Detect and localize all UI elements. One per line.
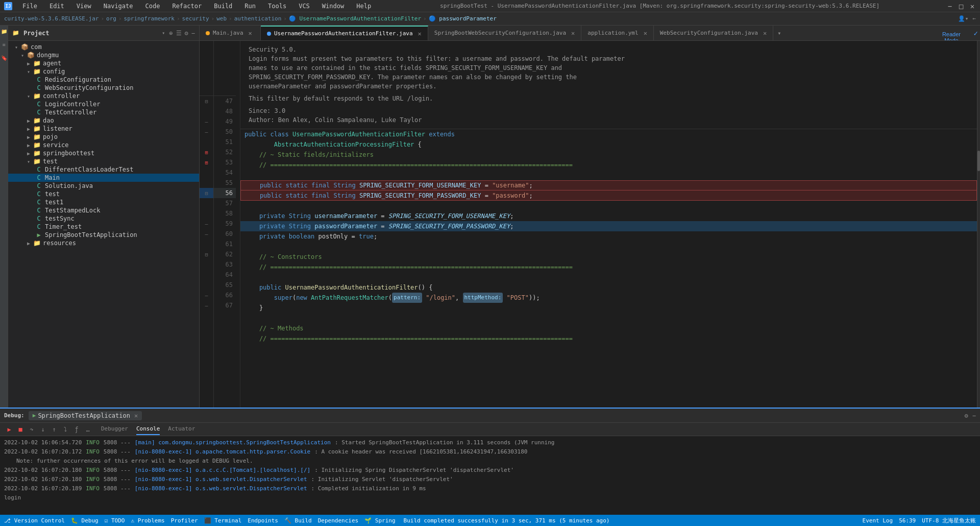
tree-item-login[interactable]: C LoginController bbox=[8, 100, 199, 108]
debug-more-btn[interactable]: … bbox=[83, 424, 93, 435]
close-button[interactable]: ✕ bbox=[969, 3, 976, 10]
tree-item-config[interactable]: ▾ 📁 config bbox=[8, 67, 199, 76]
sidebar-dropdown-icon[interactable]: ▾ bbox=[162, 30, 165, 36]
debug-close-button[interactable]: ✕ bbox=[134, 412, 138, 419]
status-todo[interactable]: ☑ TODO bbox=[105, 517, 125, 524]
tree-item-solution[interactable]: C Solution.java bbox=[8, 182, 199, 190]
breadcrumb-class[interactable]: 🔵 UsernamePasswordAuthenticationFilter bbox=[289, 15, 421, 22]
status-eventlog[interactable]: Event Log bbox=[863, 517, 893, 524]
tab-more-button[interactable]: ▾ bbox=[773, 30, 785, 37]
debug-app-name[interactable]: ▶ SpringBootTestApplication ✕ bbox=[29, 411, 142, 420]
menu-build[interactable]: Build bbox=[212, 2, 234, 11]
sidebar-locate-icon[interactable]: ⊕ bbox=[169, 30, 173, 37]
tree-item-com[interactable]: ▾ 📦 com bbox=[8, 43, 199, 51]
menu-navigate[interactable]: Navigate bbox=[102, 2, 135, 11]
menu-vcs[interactable]: VCS bbox=[297, 2, 312, 11]
maximize-button[interactable]: □ bbox=[958, 3, 965, 10]
tree-item-diffclass[interactable]: C DifferentClassLoaderTest bbox=[8, 165, 199, 174]
debug-resume-btn[interactable]: ▶ bbox=[4, 424, 14, 435]
status-spring[interactable]: 🌱 Spring bbox=[364, 517, 395, 524]
debug-minimize-icon[interactable]: − bbox=[972, 412, 976, 419]
sidebar-settings-icon[interactable]: ⚙ bbox=[185, 30, 188, 37]
scroll-indicator[interactable] bbox=[977, 41, 980, 408]
tree-item-testsync[interactable]: C testSync bbox=[8, 214, 199, 223]
menu-code[interactable]: Code bbox=[143, 2, 162, 11]
tree-item-controller[interactable]: ▾ 📁 controller bbox=[8, 92, 199, 100]
tab-close-main[interactable]: ✕ bbox=[249, 30, 252, 37]
minimize-button[interactable]: − bbox=[946, 3, 953, 10]
tab-close-filter[interactable]: ✕ bbox=[418, 30, 422, 37]
reader-mode-check[interactable]: ✓ bbox=[972, 27, 980, 39]
fold-47[interactable]: ⊟ bbox=[200, 96, 213, 106]
tab-websecurity[interactable]: SpringBootWebSecurityConfiguration.java … bbox=[428, 26, 582, 41]
debug-stepover-btn[interactable]: ↷ bbox=[27, 424, 37, 435]
tree-item-agent[interactable]: ▶ 📁 agent bbox=[8, 59, 199, 67]
tree-item-springbootapp[interactable]: ▶ SpringBootTestApplication bbox=[8, 231, 199, 239]
structure-icon[interactable]: ≡ bbox=[1, 41, 8, 48]
tree-item-websec[interactable]: C WebSecurityConfiguration bbox=[8, 84, 199, 92]
tree-item-resources[interactable]: ▶ 📁 resources bbox=[8, 239, 199, 247]
tab-close-application[interactable]: ✕ bbox=[644, 30, 647, 37]
tree-item-listener[interactable]: ▶ 📁 listener bbox=[8, 125, 199, 133]
sidebar-minus-icon[interactable]: − bbox=[191, 30, 195, 37]
menu-edit[interactable]: Edit bbox=[47, 2, 66, 11]
tab-websecurity2[interactable]: WebSecurityConfiguration.java ✕ bbox=[654, 26, 773, 41]
tree-item-dao[interactable]: ▶ 📁 dao bbox=[8, 116, 199, 125]
tree-item-test[interactable]: ▾ 📁 test bbox=[8, 157, 199, 165]
tree-item-redis[interactable]: C RedisConfiguration bbox=[8, 76, 199, 84]
status-debug[interactable]: 🐛 Debug bbox=[71, 517, 99, 524]
tab-main[interactable]: Main.java ✕ bbox=[200, 26, 261, 41]
tree-item-timertest[interactable]: C Timer_test bbox=[8, 223, 199, 231]
status-terminal[interactable]: ⬛ Terminal bbox=[204, 517, 242, 524]
sidebar-collapse-icon[interactable]: ☰ bbox=[176, 30, 182, 37]
breadcrumb-authentication[interactable]: authentication bbox=[234, 15, 282, 22]
menu-view[interactable]: View bbox=[75, 2, 93, 11]
menu-refactor[interactable]: Refactor bbox=[170, 2, 204, 11]
fold-62[interactable]: ⊟ bbox=[200, 249, 213, 259]
breadcrumb-security[interactable]: security bbox=[182, 15, 209, 22]
tree-item-service[interactable]: ▶ 📁 service bbox=[8, 141, 199, 149]
debug-settings-icon[interactable]: ⚙ bbox=[965, 412, 968, 419]
tree-item-main[interactable]: C Main bbox=[8, 174, 199, 182]
tab-application[interactable]: application.yml ✕ bbox=[581, 26, 654, 41]
tree-item-springboottest[interactable]: ▶ 📁 springboottest bbox=[8, 149, 199, 157]
tree-item-dongmu[interactable]: ▾ 📦 dongmu bbox=[8, 51, 199, 59]
menu-tools[interactable]: Tools bbox=[266, 2, 288, 11]
tree-item-pojo[interactable]: ▶ 📁 pojo bbox=[8, 133, 199, 141]
code-editor[interactable]: Security 5.0. Login forms must present t… bbox=[240, 41, 977, 408]
debug-stepinto-btn[interactable]: ↓ bbox=[38, 424, 48, 435]
tree-item-testctrl[interactable]: C TestController bbox=[8, 108, 199, 116]
status-vcs[interactable]: ⎇ Version Control bbox=[4, 517, 65, 524]
debug-stepout-btn[interactable]: ↑ bbox=[49, 424, 59, 435]
debug-tab-console[interactable]: Console bbox=[136, 423, 160, 435]
project-icon[interactable]: 📁 bbox=[1, 28, 8, 35]
status-dependencies[interactable]: Dependencies bbox=[318, 517, 358, 524]
tree-item-stampedlock[interactable]: C TestStampedLock bbox=[8, 206, 199, 214]
breadcrumb-action-1[interactable]: 👤▾ bbox=[958, 15, 969, 22]
tab-close-websecurity2[interactable]: ✕ bbox=[763, 30, 767, 37]
menu-file[interactable]: File bbox=[20, 2, 39, 11]
breadcrumb-web[interactable]: web bbox=[216, 15, 227, 22]
reader-mode-button[interactable]: Reader Mode bbox=[938, 29, 965, 41]
breadcrumb-springframework[interactable]: springframework bbox=[124, 15, 175, 22]
status-encoding[interactable]: UTF-8 北海星鱼太账 bbox=[922, 517, 976, 524]
debug-run-to-cursor-btn[interactable]: ⤵ bbox=[60, 424, 70, 435]
breadcrumb-member[interactable]: 🔵 passwordParameter bbox=[429, 15, 497, 22]
breadcrumb-org[interactable]: org bbox=[106, 15, 116, 22]
tab-filter[interactable]: UsernamePasswordAuthenticationFilter.jav… bbox=[261, 26, 428, 41]
menu-window[interactable]: Window bbox=[320, 2, 346, 11]
bookmarks-icon[interactable]: 🔖 bbox=[1, 54, 8, 61]
debug-stop-btn[interactable]: ■ bbox=[15, 424, 26, 435]
debug-tab-debugger[interactable]: Debugger bbox=[101, 423, 128, 435]
status-problems[interactable]: ⚠ Problems bbox=[131, 517, 164, 524]
breadcrumb-jar[interactable]: curity-web-5.3.6.RELEASE.jar bbox=[4, 15, 99, 22]
status-time[interactable]: 56:39 bbox=[899, 517, 916, 524]
tab-close-websecurity[interactable]: ✕ bbox=[571, 30, 575, 37]
menu-run[interactable]: Run bbox=[242, 2, 258, 11]
tree-item-test1[interactable]: C test1 bbox=[8, 198, 199, 206]
breadcrumb-action-2[interactable]: ← bbox=[972, 15, 976, 22]
debug-evaluate-btn[interactable]: ƒ bbox=[71, 424, 82, 435]
status-endpoints[interactable]: Endpoints bbox=[248, 517, 278, 524]
menu-help[interactable]: Help bbox=[354, 2, 373, 11]
status-profiler[interactable]: Profiler bbox=[171, 517, 198, 524]
